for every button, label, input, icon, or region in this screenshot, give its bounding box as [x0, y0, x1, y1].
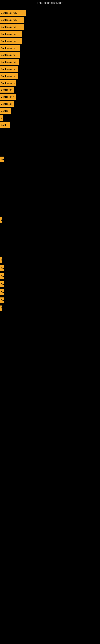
bar-row: Bottler — [0, 108, 11, 114]
bar-row: Bottleneck resu — [0, 10, 26, 16]
bar-label: Bottler — [0, 108, 11, 114]
vertical-line — [2, 255, 2, 259]
bar-label: Bottleneck — [0, 87, 14, 92]
bar-label: Bottleneck res — [0, 24, 24, 30]
bar-row: Bottleneck re — [0, 45, 20, 51]
bar-row: Bottleneck res — [0, 38, 22, 44]
bar-row: Bottleneck res — [0, 59, 19, 65]
bar-label: Bottleneck res — [0, 31, 22, 37]
bar-label: Bottleneck re — [0, 66, 18, 72]
vertical-line — [2, 122, 2, 146]
bar-label: Bo — [0, 156, 4, 162]
bar-row: Bottleneck re — [0, 66, 18, 72]
bar-label: Bot — [0, 290, 4, 295]
bar-label: Bottleneck — [0, 101, 14, 107]
bar-label: Bott — [0, 298, 4, 303]
bar-label: Bottleneck re — [0, 45, 20, 51]
bar-label: Bo — [0, 265, 4, 271]
bar-label: Bottleneck resu — [0, 17, 24, 23]
bar-row: Bottleneck r — [0, 94, 16, 100]
bar-row: Bottl — [0, 122, 10, 128]
page-title: TheBottlenecker.com — [0, 0, 100, 6]
bar-row: Bo — [0, 273, 4, 279]
bar-label: B — [0, 257, 1, 263]
bar-row: Bo — [0, 156, 4, 162]
bar-label: Bottleneck re — [0, 52, 20, 58]
bar-label: Bottleneck res — [0, 59, 19, 65]
bar-label: Bottleneck res — [0, 38, 22, 44]
bar-row: Bot — [0, 290, 4, 295]
bar-row: Bottleneck resu — [0, 17, 24, 23]
bar-label: B — [0, 217, 1, 222]
bar-row: Bo — [0, 281, 4, 287]
vertical-line — [2, 215, 2, 219]
bar-row: Bottleneck re — [0, 73, 18, 79]
bar-row: Bottleneck res — [0, 31, 22, 37]
bar-row: B — [0, 115, 3, 121]
bar-label: Bottleneck resu — [0, 10, 26, 16]
bar-row: Bottleneck — [0, 101, 14, 107]
bar-row: Bott — [0, 298, 4, 303]
bar-row: Bottleneck re — [0, 52, 20, 58]
bar-label: Bo — [0, 273, 4, 279]
bar-label: B — [0, 115, 3, 121]
bar-row: Bottleneck — [0, 87, 14, 92]
bar-row: B — [0, 257, 1, 263]
bar-label: Bottleneck re — [0, 73, 18, 79]
bar-row: Bottleneck re — [0, 80, 16, 86]
bar-row: Bottleneck res — [0, 24, 24, 30]
bar-label: Bottleneck re — [0, 80, 16, 86]
bar-label: Bottleneck r — [0, 94, 16, 100]
bar-row: B — [0, 306, 1, 311]
bar-row: Bo — [0, 265, 4, 271]
bar-row: B — [0, 217, 1, 222]
bar-label: Bottl — [0, 122, 10, 128]
bar-label: B — [0, 306, 1, 311]
bar-label: Bo — [0, 281, 4, 287]
